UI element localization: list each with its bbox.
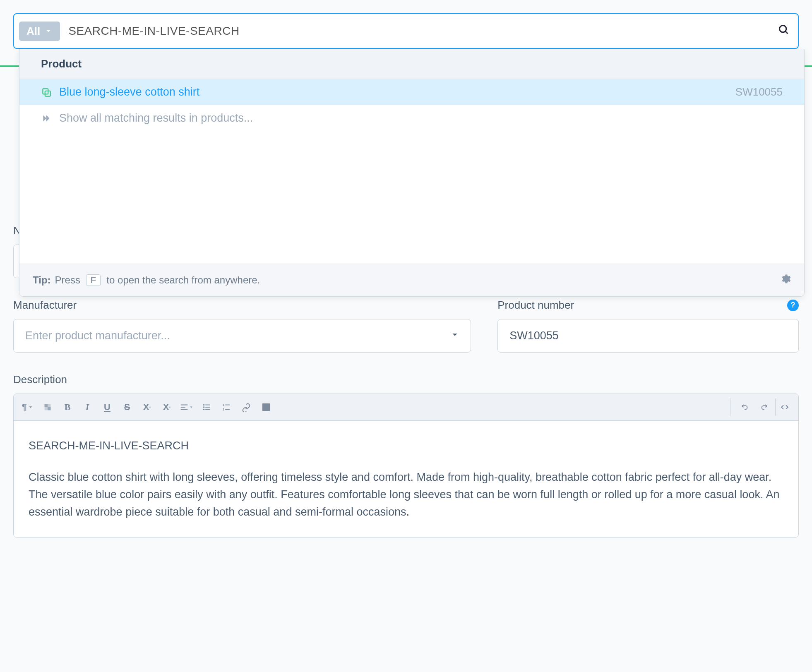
product-number-label: Product number [497, 299, 574, 312]
search-scope-label: All [26, 25, 40, 38]
search-dropdown-footer: Tip: Press F to open the search from any… [19, 264, 804, 296]
description-paragraph: Classic blue cotton shirt with long slee… [29, 469, 783, 521]
rte-undo-button[interactable] [735, 398, 754, 416]
dropdown-empty-space [19, 131, 804, 264]
description-textarea[interactable]: SEARCH-ME-IN-LIVE-SEARCH Classic blue co… [14, 421, 798, 537]
global-search-bar: All [13, 13, 799, 49]
svg-rect-8 [205, 405, 210, 406]
tip-key: F [86, 274, 101, 286]
rte-source-button[interactable] [775, 398, 793, 416]
svg-text:2: 2 [223, 408, 224, 411]
search-icon[interactable] [778, 24, 790, 38]
rte-link-button[interactable] [237, 398, 255, 416]
search-result-sku: SW10055 [735, 86, 783, 98]
rte-clear-format-button[interactable] [38, 398, 57, 416]
description-paragraph: SEARCH-ME-IN-LIVE-SEARCH [29, 437, 783, 455]
manufacturer-select[interactable]: Enter product manufacturer... [13, 319, 471, 353]
copy-icon [41, 87, 52, 98]
search-scope-dropdown[interactable]: All [19, 22, 60, 41]
gear-icon[interactable] [779, 273, 791, 287]
rte-underline-button[interactable]: U [98, 398, 116, 416]
description-label: Description [13, 373, 799, 386]
svg-rect-16 [225, 409, 230, 410]
svg-point-9 [203, 406, 205, 408]
svg-point-0 [780, 26, 786, 32]
rte-italic-button[interactable]: I [78, 398, 96, 416]
search-show-all-label: Show all matching results in products... [59, 112, 783, 125]
rte-paragraph-menu[interactable]: ¶ [19, 398, 37, 416]
search-result-row[interactable]: Blue long-sleeve cotton shirt SW10055 [19, 79, 804, 105]
search-result-label: Blue long-sleeve cotton shirt [59, 86, 728, 98]
rte-redo-button[interactable] [755, 398, 774, 416]
tip-rest: to open the search from anywhere. [106, 274, 260, 286]
chevron-double-right-icon [41, 113, 52, 124]
rte-table-button[interactable] [257, 398, 275, 416]
rte-subscript-button[interactable]: X· [158, 398, 176, 416]
svg-point-7 [203, 404, 205, 406]
description-editor: ¶ B I U S X· X· [13, 394, 799, 538]
rte-strike-button[interactable]: S [118, 398, 136, 416]
rte-ordered-list-button[interactable]: 12 [217, 398, 235, 416]
product-number-field[interactable] [497, 319, 799, 353]
svg-rect-14 [225, 405, 230, 406]
svg-rect-5 [45, 404, 48, 407]
search-results-section-header: Product [19, 49, 804, 79]
rte-bold-button[interactable]: B [58, 398, 77, 416]
help-icon[interactable]: ? [787, 300, 799, 311]
manufacturer-label: Manufacturer [13, 299, 471, 312]
search-input[interactable] [68, 24, 770, 38]
search-results-dropdown: Product Blue long-sleeve cotton shirt SW… [19, 49, 805, 297]
rte-toolbar: ¶ B I U S X· X· [14, 394, 798, 421]
manufacturer-placeholder: Enter product manufacturer... [25, 329, 170, 342]
tip-prefix: Tip: [33, 274, 51, 286]
rte-superscript-button[interactable]: X· [138, 398, 156, 416]
chevron-down-icon [44, 27, 53, 35]
rte-unordered-list-button[interactable] [197, 398, 216, 416]
svg-rect-12 [205, 409, 210, 410]
svg-point-11 [203, 409, 205, 410]
tip-press: Press [55, 274, 80, 286]
svg-line-1 [786, 31, 788, 34]
rte-align-menu[interactable] [178, 398, 196, 416]
svg-rect-10 [205, 407, 210, 408]
svg-rect-6 [48, 407, 50, 410]
search-show-all-row[interactable]: Show all matching results in products... [19, 105, 804, 131]
svg-text:1: 1 [223, 403, 224, 407]
